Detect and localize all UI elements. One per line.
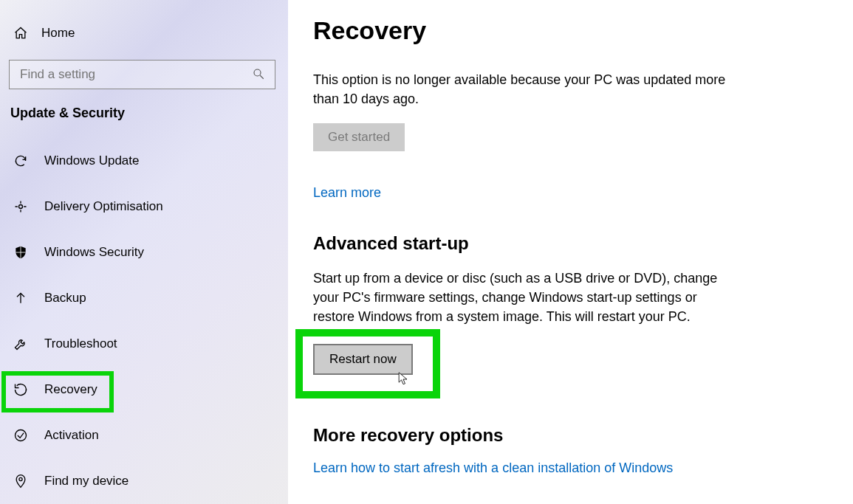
sidebar-item-label: Troubleshoot	[44, 336, 117, 351]
shield-icon	[13, 245, 28, 260]
svg-point-0	[254, 69, 261, 76]
restart-now-button[interactable]: Restart now	[313, 344, 413, 375]
advanced-startup-description: Start up from a device or disc (such as …	[313, 269, 727, 326]
sidebar-item-troubleshoot[interactable]: Troubleshoot	[0, 326, 288, 362]
svg-line-1	[260, 75, 264, 79]
delivery-icon	[13, 199, 28, 214]
sidebar-item-find-my-device[interactable]: Find my device	[0, 463, 288, 499]
recovery-icon	[13, 382, 28, 397]
get-started-button: Get started	[313, 123, 405, 151]
check-circle-icon	[13, 428, 28, 443]
main-content: Recovery This option is no longer availa…	[288, 0, 853, 504]
svg-point-5	[16, 430, 27, 441]
category-title: Update & Security	[0, 106, 288, 121]
sidebar-item-windows-update[interactable]: Windows Update	[0, 143, 288, 179]
mouse-cursor-icon	[398, 372, 408, 387]
sidebar-item-label: Windows Update	[44, 153, 140, 168]
sidebar-item-label: Find my device	[44, 474, 129, 489]
sidebar-item-windows-security[interactable]: Windows Security	[0, 235, 288, 270]
sidebar-item-label: Activation	[44, 428, 99, 443]
svg-point-6	[19, 477, 22, 480]
svg-point-2	[19, 205, 23, 209]
more-recovery-title: More recovery options	[313, 425, 809, 446]
sidebar-item-label: Backup	[44, 291, 86, 305]
search-box[interactable]	[9, 60, 275, 89]
backup-icon	[13, 291, 28, 305]
search-icon	[252, 67, 265, 80]
sidebar-item-label: Recovery	[44, 382, 97, 397]
wrench-icon	[13, 336, 28, 351]
location-icon	[13, 474, 28, 489]
search-input[interactable]	[9, 60, 275, 89]
sidebar-item-activation[interactable]: Activation	[0, 418, 288, 453]
sidebar: Home Update & Security Windows Update De…	[0, 0, 288, 504]
sync-icon	[13, 153, 28, 168]
learn-more-link[interactable]: Learn more	[313, 185, 381, 201]
home-link[interactable]: Home	[0, 18, 288, 48]
page-title: Recovery	[313, 16, 809, 45]
sidebar-item-label: Delivery Optimisation	[44, 199, 163, 214]
sidebar-item-delivery-optimisation[interactable]: Delivery Optimisation	[0, 189, 288, 224]
home-icon	[13, 26, 28, 41]
sidebar-item-backup[interactable]: Backup	[0, 280, 288, 316]
sidebar-item-label: Windows Security	[44, 245, 144, 260]
home-label: Home	[41, 26, 75, 41]
sidebar-item-recovery[interactable]: Recovery	[0, 372, 288, 407]
reset-description: This option is no longer available becau…	[313, 70, 727, 108]
advanced-startup-title: Advanced start-up	[313, 233, 809, 254]
fresh-install-link[interactable]: Learn how to start afresh with a clean i…	[313, 460, 673, 476]
